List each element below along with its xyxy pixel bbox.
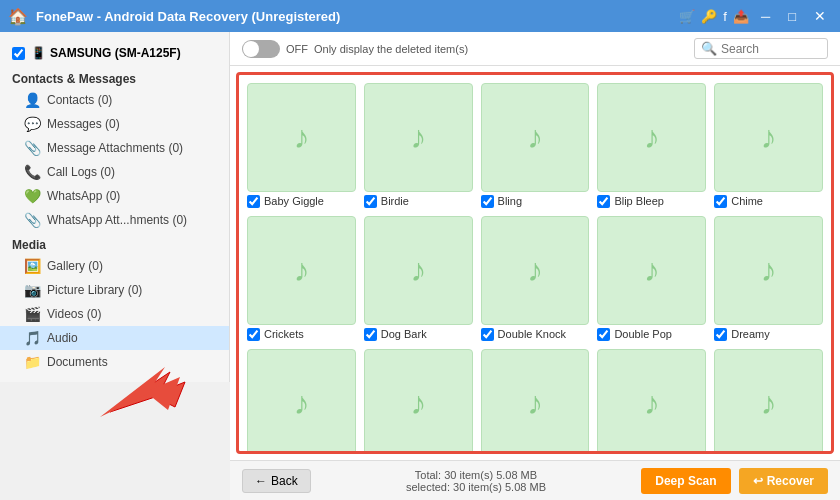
attachments-icon: 📎 xyxy=(24,140,41,156)
whatsapp-label: WhatsApp (0) xyxy=(47,189,217,203)
music-note-icon: ♪ xyxy=(410,119,426,156)
recover-icon: ↩ xyxy=(753,474,763,488)
key-icon[interactable]: 🔑 xyxy=(701,9,717,24)
music-note-icon: ♪ xyxy=(527,119,543,156)
item-checkbox[interactable] xyxy=(714,195,727,208)
app-title: FonePaw - Android Data Recovery (Unregis… xyxy=(36,9,679,24)
back-button[interactable]: ← Back xyxy=(242,469,311,493)
documents-label: Documents xyxy=(47,355,217,369)
item-label: Dog Bark xyxy=(381,328,427,340)
phone-icon: 📱 xyxy=(31,46,46,60)
item-label: Double Pop xyxy=(614,328,672,340)
grid-label-row: Dreamy xyxy=(714,328,823,341)
grid-label-row: Chime xyxy=(714,195,823,208)
item-checkbox[interactable] xyxy=(597,328,610,341)
close-button[interactable]: ✕ xyxy=(808,6,832,26)
grid-label-row: Double Pop xyxy=(597,328,706,341)
music-note-icon: ♪ xyxy=(644,119,660,156)
sidebar-item-whatsapp[interactable]: 💚 WhatsApp (0) xyxy=(0,184,229,208)
sidebar-item-messages[interactable]: 💬 Messages (0) xyxy=(0,112,229,136)
grid-item: ♪ Dog Bark xyxy=(364,216,473,341)
item-checkbox[interactable] xyxy=(247,328,260,341)
item-checkbox[interactable] xyxy=(481,195,494,208)
grid-item: ♪ Dreamy xyxy=(714,216,823,341)
bottombar: ← Back Total: 30 item(s) 5.08 MB selecte… xyxy=(230,460,840,500)
grid-label-row: Double Knock xyxy=(481,328,590,341)
attachments-label: Message Attachments (0) xyxy=(47,141,217,155)
sidebar-item-documents[interactable]: 📁 Documents xyxy=(0,350,229,374)
cart-icon[interactable]: 🛒 xyxy=(679,9,695,24)
toggle-track[interactable] xyxy=(242,40,280,58)
item-checkbox[interactable] xyxy=(714,328,727,341)
sidebar-item-videos[interactable]: 🎬 Videos (0) xyxy=(0,302,229,326)
gallery-icon: 🖼️ xyxy=(24,258,41,274)
grid-item: ♪ Crickets xyxy=(247,216,356,341)
toggle-description: Only display the deleted item(s) xyxy=(314,43,468,55)
item-checkbox[interactable] xyxy=(481,328,494,341)
section-media: Media xyxy=(0,232,229,254)
grid-item: ♪ Bling xyxy=(481,83,590,208)
item-checkbox[interactable] xyxy=(247,195,260,208)
whatsapp-icon: 💚 xyxy=(24,188,41,204)
share-icon[interactable]: 📤 xyxy=(733,9,749,24)
whatsapp-att-label: WhatsApp Att...hments (0) xyxy=(47,213,217,227)
section-contacts-messages: Contacts & Messages xyxy=(0,66,229,88)
music-note-icon: ♪ xyxy=(761,385,777,422)
documents-icon: 📁 xyxy=(24,354,41,370)
audio-thumbnail: ♪ xyxy=(714,216,823,325)
music-note-icon: ♪ xyxy=(761,252,777,289)
contacts-icon: 👤 xyxy=(24,92,41,108)
item-checkbox[interactable] xyxy=(597,195,610,208)
titlebar-controls: 🛒 🔑 f 📤 ─ □ ✕ xyxy=(679,6,832,26)
videos-label: Videos (0) xyxy=(47,307,217,321)
audio-thumbnail: ♪ xyxy=(597,83,706,192)
search-input[interactable] xyxy=(721,42,821,56)
item-checkbox[interactable] xyxy=(364,328,377,341)
back-label: Back xyxy=(271,474,298,488)
status-text: Total: 30 item(s) 5.08 MB selected: 30 i… xyxy=(311,469,642,493)
grid-item: ♪ Double Knock xyxy=(481,216,590,341)
audio-icon: 🎵 xyxy=(24,330,41,346)
music-note-icon: ♪ xyxy=(293,252,309,289)
calllogs-icon: 📞 xyxy=(24,164,41,180)
audio-thumbnail: ♪ xyxy=(597,349,706,454)
music-note-icon: ♪ xyxy=(527,385,543,422)
sidebar-item-attachments[interactable]: 📎 Message Attachments (0) xyxy=(0,136,229,160)
sidebar-item-gallery[interactable]: 🖼️ Gallery (0) xyxy=(0,254,229,278)
device-checkbox[interactable] xyxy=(12,47,25,60)
picture-library-icon: 📷 xyxy=(24,282,41,298)
deep-scan-button[interactable]: Deep Scan xyxy=(641,468,730,494)
sidebar-item-picture-library[interactable]: 📷 Picture Library (0) xyxy=(0,278,229,302)
minimize-button[interactable]: ─ xyxy=(755,7,776,26)
audio-thumbnail: ♪ xyxy=(481,83,590,192)
grid-label-row: Baby Giggle xyxy=(247,195,356,208)
music-note-icon: ♪ xyxy=(410,252,426,289)
sidebar-item-contacts[interactable]: 👤 Contacts (0) xyxy=(0,88,229,112)
music-note-icon: ♪ xyxy=(293,119,309,156)
sidebar-item-whatsapp-att[interactable]: 📎 WhatsApp Att...hments (0) xyxy=(0,208,229,232)
whatsapp-att-icon: 📎 xyxy=(24,212,41,228)
messages-label: Messages (0) xyxy=(47,117,217,131)
item-checkbox[interactable] xyxy=(364,195,377,208)
topbar: OFF Only display the deleted item(s) 🔍 xyxy=(230,32,840,66)
audio-thumbnail: ♪ xyxy=(247,83,356,192)
home-icon[interactable]: 🏠 xyxy=(8,7,28,26)
recover-button[interactable]: ↩ Recover xyxy=(739,468,828,494)
music-note-icon: ♪ xyxy=(293,385,309,422)
item-label: Dreamy xyxy=(731,328,770,340)
grid-item: ♪ Message Kid xyxy=(481,349,590,454)
facebook-icon[interactable]: f xyxy=(723,9,727,24)
sidebar-item-calllogs[interactable]: 📞 Call Logs (0) xyxy=(0,160,229,184)
toggle-state: OFF xyxy=(286,43,308,55)
search-box[interactable]: 🔍 xyxy=(694,38,828,59)
sidebar-item-audio[interactable]: 🎵 Audio xyxy=(0,326,229,350)
item-label: Blip Bleep xyxy=(614,195,664,207)
toggle-switch[interactable]: OFF Only display the deleted item(s) xyxy=(242,40,468,58)
audio-thumbnail: ♪ xyxy=(481,349,590,454)
audio-thumbnail: ♪ xyxy=(714,83,823,192)
grid-label-row: Bling xyxy=(481,195,590,208)
grid-label-row: Dog Bark xyxy=(364,328,473,341)
music-note-icon: ♪ xyxy=(410,385,426,422)
maximize-button[interactable]: □ xyxy=(782,7,802,26)
grid-label-row: Birdie xyxy=(364,195,473,208)
